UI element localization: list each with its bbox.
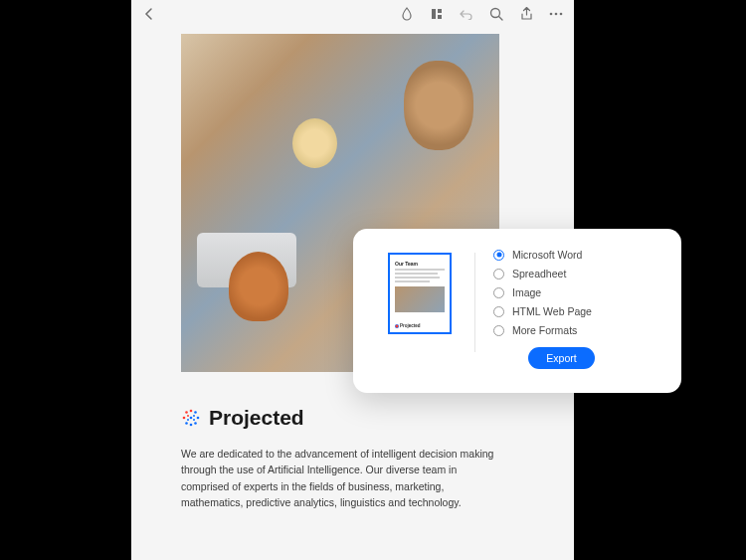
brand-row: Projected bbox=[181, 406, 524, 430]
toolbar bbox=[131, 0, 574, 28]
svg-point-8 bbox=[190, 410, 193, 413]
export-options-section: Microsoft Word Spreadheet Image HTML Web… bbox=[493, 247, 659, 379]
svg-point-11 bbox=[194, 422, 197, 425]
search-icon[interactable] bbox=[488, 6, 504, 22]
body-text: We are dedicated to the advancement of i… bbox=[181, 446, 499, 510]
radio-icon bbox=[493, 306, 504, 317]
svg-line-4 bbox=[499, 17, 503, 21]
thumbnail-image bbox=[395, 286, 445, 312]
svg-point-6 bbox=[555, 13, 558, 16]
svg-point-19 bbox=[193, 419, 195, 421]
svg-rect-1 bbox=[438, 9, 442, 13]
radio-label: Spreadheet bbox=[512, 268, 566, 280]
svg-point-10 bbox=[197, 417, 200, 420]
svg-rect-2 bbox=[438, 15, 442, 19]
radio-icon bbox=[493, 325, 504, 336]
radio-option-more-formats[interactable]: More Formats bbox=[493, 324, 659, 336]
panel-divider bbox=[474, 253, 475, 352]
svg-point-12 bbox=[190, 424, 193, 427]
text-tool-icon[interactable] bbox=[429, 6, 445, 22]
svg-point-5 bbox=[550, 13, 553, 16]
svg-rect-0 bbox=[432, 9, 436, 19]
thumbnail-brand: Projected bbox=[395, 323, 421, 328]
svg-point-7 bbox=[560, 13, 563, 16]
radio-option-html[interactable]: HTML Web Page bbox=[493, 305, 659, 317]
radio-option-word[interactable]: Microsoft Word bbox=[493, 249, 659, 261]
svg-point-20 bbox=[187, 419, 189, 421]
svg-point-17 bbox=[187, 415, 189, 417]
svg-point-18 bbox=[193, 415, 195, 417]
thumbnail-section: Our Team Projected bbox=[375, 247, 465, 379]
radio-icon bbox=[493, 269, 504, 280]
export-button[interactable]: Export bbox=[528, 347, 594, 369]
radio-option-spreadsheet[interactable]: Spreadheet bbox=[493, 268, 659, 280]
radio-label: More Formats bbox=[512, 324, 577, 336]
back-icon[interactable] bbox=[141, 6, 157, 22]
radio-label: HTML Web Page bbox=[512, 305, 592, 317]
brand-name: Projected bbox=[209, 406, 304, 430]
svg-point-9 bbox=[194, 411, 197, 414]
svg-point-14 bbox=[183, 417, 186, 420]
liquid-mode-icon[interactable] bbox=[399, 6, 415, 22]
export-format-list: Microsoft Word Spreadheet Image HTML Web… bbox=[493, 249, 659, 336]
share-icon[interactable] bbox=[518, 6, 534, 22]
radio-icon bbox=[493, 250, 504, 261]
svg-point-13 bbox=[185, 422, 188, 425]
more-icon[interactable] bbox=[548, 6, 564, 22]
undo-icon[interactable] bbox=[459, 6, 474, 22]
export-panel: Our Team Projected Microsoft Word Spread… bbox=[353, 229, 681, 393]
brand-logo-icon bbox=[181, 408, 201, 428]
document-thumbnail[interactable]: Our Team Projected bbox=[388, 253, 452, 334]
svg-point-15 bbox=[185, 411, 188, 414]
radio-label: Image bbox=[512, 286, 541, 298]
radio-option-image[interactable]: Image bbox=[493, 286, 659, 298]
svg-point-16 bbox=[190, 417, 193, 420]
radio-icon bbox=[493, 287, 504, 298]
radio-label: Microsoft Word bbox=[512, 249, 582, 261]
thumbnail-title: Our Team bbox=[395, 261, 445, 267]
